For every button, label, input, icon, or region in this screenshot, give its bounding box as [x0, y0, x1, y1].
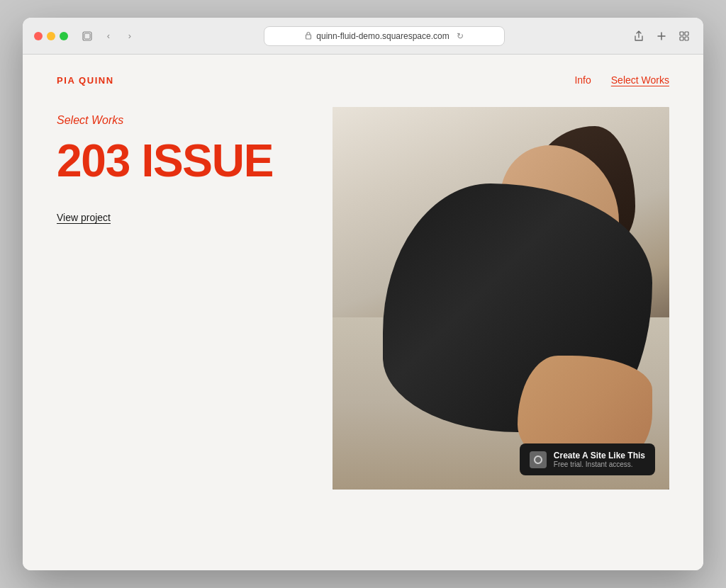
site-main: Select Works 203 ISSUE View project — [23, 100, 703, 570]
squarespace-banner-text: Create A Site Like This Free trial. Inst… — [554, 451, 645, 468]
site-header: PIA QUINN Info Select Works — [23, 55, 703, 100]
nav-select-works[interactable]: Select Works — [611, 74, 669, 86]
content-left: Select Works 203 ISSUE View project — [57, 100, 333, 570]
url-text: quinn-fluid-demo.squarespace.com — [316, 31, 449, 41]
browser-controls: ‹ › — [79, 28, 138, 44]
tabs-button[interactable] — [676, 28, 692, 44]
view-project-link[interactable]: View project — [57, 212, 304, 223]
squarespace-logo-icon — [530, 451, 547, 468]
new-tab-button[interactable] — [654, 28, 669, 44]
site-content: PIA QUINN Info Select Works Select Works… — [23, 55, 703, 570]
svg-rect-3 — [680, 32, 683, 35]
browser-actions — [631, 28, 692, 44]
project-title: 203 ISSUE — [57, 138, 304, 183]
nav-info[interactable]: Info — [574, 74, 591, 86]
minimize-button[interactable] — [47, 32, 55, 40]
window-mode-button[interactable] — [79, 28, 95, 44]
close-button[interactable] — [34, 32, 43, 40]
maximize-button[interactable] — [60, 32, 68, 40]
site-nav: Info Select Works — [574, 74, 669, 86]
content-right: Create A Site Like This Free trial. Inst… — [333, 100, 669, 570]
reload-icon[interactable]: ↻ — [457, 31, 464, 41]
back-button[interactable]: ‹ — [101, 28, 116, 44]
browser-chrome: ‹ › quinn-fluid-demo.squarespace.com ↻ — [23, 18, 703, 55]
svg-rect-6 — [685, 37, 688, 40]
browser-window: ‹ › quinn-fluid-demo.squarespace.com ↻ — [23, 18, 703, 570]
svg-rect-2 — [306, 35, 311, 39]
site-logo[interactable]: PIA QUINN — [57, 75, 114, 86]
project-image: Create A Site Like This Free trial. Inst… — [333, 107, 669, 490]
banner-sub-text: Free trial. Instant access. — [554, 460, 645, 468]
squarespace-banner[interactable]: Create A Site Like This Free trial. Inst… — [520, 443, 655, 475]
forward-icon: › — [128, 30, 131, 41]
banner-main-text: Create A Site Like This — [554, 451, 645, 460]
svg-rect-5 — [680, 37, 683, 40]
share-button[interactable] — [631, 28, 647, 44]
svg-rect-1 — [84, 33, 90, 39]
section-label: Select Works — [57, 114, 304, 127]
address-bar[interactable]: quinn-fluid-demo.squarespace.com ↻ — [264, 26, 505, 46]
svg-rect-4 — [685, 32, 688, 35]
address-bar-container: quinn-fluid-demo.squarespace.com ↻ — [146, 26, 622, 46]
lock-icon — [305, 31, 312, 41]
back-icon: ‹ — [107, 30, 110, 41]
forward-button[interactable]: › — [122, 28, 138, 44]
traffic-lights — [34, 32, 68, 40]
